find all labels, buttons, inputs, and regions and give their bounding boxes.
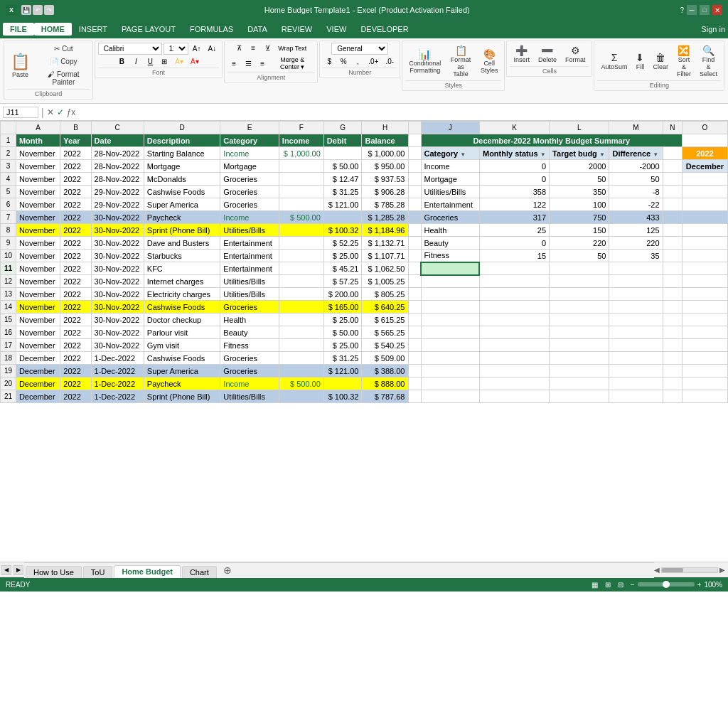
row-number[interactable]: 6: [1, 198, 16, 211]
font-color-button[interactable]: A▾: [188, 56, 202, 67]
cell-g17[interactable]: $ 25.00: [323, 339, 362, 352]
insert-function-icon[interactable]: ƒx: [67, 107, 76, 117]
cell-e16[interactable]: Beauty: [220, 326, 279, 339]
cell-e6[interactable]: Groceries: [220, 198, 279, 211]
align-bottom-button[interactable]: ⊻: [261, 43, 274, 53]
cell-e3[interactable]: Mortgage: [220, 160, 279, 173]
cell-d1[interactable]: Description ▼: [144, 134, 220, 147]
cell-reference-input[interactable]: [3, 107, 38, 118]
cell-c21[interactable]: 1-Dec-2022: [91, 390, 144, 403]
cell-b21[interactable]: 2022: [60, 390, 91, 403]
cell-k11[interactable]: [479, 262, 549, 275]
cell-c2[interactable]: 28-Nov-2022: [91, 147, 144, 160]
col-header-b[interactable]: B: [60, 122, 91, 134]
row-number[interactable]: 18: [1, 352, 16, 365]
cell-g21[interactable]: $ 100.32: [323, 390, 362, 403]
cell-a9[interactable]: November: [16, 237, 60, 250]
cell-b1[interactable]: Year ▼: [60, 134, 91, 147]
cell-i11[interactable]: [408, 262, 421, 275]
cell-h4[interactable]: $ 937.53: [362, 173, 408, 186]
cell-l4[interactable]: 50: [550, 173, 609, 186]
cell-o9[interactable]: [682, 237, 727, 250]
cell-f13[interactable]: [279, 288, 323, 301]
cell-g8[interactable]: $ 100.32: [323, 224, 362, 237]
cell-n3[interactable]: [663, 160, 682, 173]
cell-l12[interactable]: [550, 275, 609, 288]
cell-n8[interactable]: [663, 224, 682, 237]
italic-button[interactable]: I: [129, 56, 142, 67]
col-header-o[interactable]: O: [682, 122, 727, 134]
delete-button[interactable]: ➖Delete: [535, 43, 560, 65]
number-format-select[interactable]: General: [331, 43, 388, 55]
font-name-select[interactable]: Calibri: [98, 43, 162, 55]
cell-h21[interactable]: $ 787.68: [362, 390, 408, 403]
cell-k12[interactable]: [479, 275, 549, 288]
cell-b4[interactable]: 2022: [60, 173, 91, 186]
view-layout-icon[interactable]: ⊞: [605, 581, 611, 589]
cell-i7[interactable]: [408, 211, 421, 224]
cell-e5[interactable]: Groceries: [220, 186, 279, 198]
cell-i12[interactable]: [408, 275, 421, 288]
row-number[interactable]: 19: [1, 365, 16, 378]
menu-formulas[interactable]: FORMULAS: [183, 23, 240, 36]
cell-f8[interactable]: [279, 224, 323, 237]
cell-i18[interactable]: [408, 352, 421, 365]
cell-a8[interactable]: November: [16, 224, 60, 237]
cell-e2[interactable]: Income: [220, 147, 279, 160]
cell-c7[interactable]: 30-Nov-2022: [91, 211, 144, 224]
cell-l10[interactable]: 50: [550, 250, 609, 262]
cell-e10[interactable]: Entertainment: [220, 250, 279, 262]
cell-f1[interactable]: Income ▼: [279, 134, 323, 147]
cell-d10[interactable]: Starbucks: [144, 250, 220, 262]
cell-d3[interactable]: Mortgage: [144, 160, 220, 173]
cell-a7[interactable]: November: [16, 211, 60, 224]
cell-e20[interactable]: Income: [220, 378, 279, 390]
cell-k3[interactable]: 0: [479, 160, 549, 173]
cell-i8[interactable]: [408, 224, 421, 237]
menu-developer[interactable]: DEVELOPER: [353, 23, 415, 36]
cell-d8[interactable]: Sprint (Phone Bill): [144, 224, 220, 237]
horizontal-scroll-right[interactable]: ▶: [719, 566, 725, 574]
cell-h5[interactable]: $ 906.28: [362, 186, 408, 198]
align-middle-button[interactable]: ≡: [247, 43, 259, 53]
cell-i14[interactable]: [408, 301, 421, 314]
cell-f6[interactable]: [279, 198, 323, 211]
cell-e9[interactable]: Entertainment: [220, 237, 279, 250]
cell-a3[interactable]: November: [16, 160, 60, 173]
cell-m9[interactable]: 220: [609, 237, 663, 250]
zoom-control[interactable]: − + 100%: [631, 581, 722, 589]
cell-h13[interactable]: $ 805.25: [362, 288, 408, 301]
col-header-g[interactable]: G: [323, 122, 362, 134]
cell-b20[interactable]: 2022: [60, 378, 91, 390]
cell-a16[interactable]: November: [16, 326, 60, 339]
cell-m12[interactable]: [609, 275, 663, 288]
cell-c11[interactable]: 30-Nov-2022: [91, 262, 144, 275]
cell-h17[interactable]: $ 540.25: [362, 339, 408, 352]
cell-i10[interactable]: [408, 250, 421, 262]
cell-d9[interactable]: Dave and Busters: [144, 237, 220, 250]
row-number[interactable]: 1: [1, 134, 16, 147]
cell-f4[interactable]: [279, 173, 323, 186]
cell-m3[interactable]: -2000: [609, 160, 663, 173]
cell-g12[interactable]: $ 57.25: [323, 275, 362, 288]
cell-b19[interactable]: 2022: [60, 365, 91, 378]
cell-n6[interactable]: [663, 198, 682, 211]
cell-h20[interactable]: $ 888.00: [362, 378, 408, 390]
autosum-button[interactable]: ΣAutoSum: [597, 50, 631, 73]
cell-j11[interactable]: [421, 262, 479, 275]
cell-k10[interactable]: 15: [479, 250, 549, 262]
cell-f15[interactable]: [279, 314, 323, 326]
row-number[interactable]: 10: [1, 250, 16, 262]
cell-d20[interactable]: Paycheck: [144, 378, 220, 390]
cell-o6[interactable]: [682, 198, 727, 211]
cell-b18[interactable]: 2022: [60, 352, 91, 365]
format-button[interactable]: ⚙Format: [562, 43, 589, 65]
cell-a6[interactable]: November: [16, 198, 60, 211]
row-number[interactable]: 9: [1, 237, 16, 250]
cell-c14[interactable]: 30-Nov-2022: [91, 301, 144, 314]
cell-l3[interactable]: 2000: [550, 160, 609, 173]
decrease-decimal-button[interactable]: .0-: [382, 56, 397, 67]
cell-h15[interactable]: $ 615.25: [362, 314, 408, 326]
row-number[interactable]: 2: [1, 147, 16, 160]
cell-d12[interactable]: Internet charges: [144, 275, 220, 288]
